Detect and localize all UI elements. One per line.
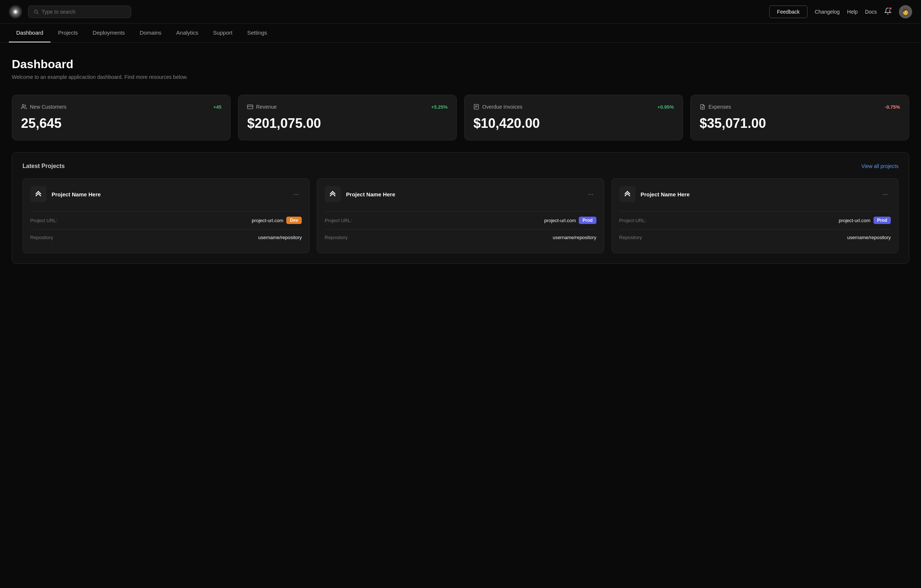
- revenue-icon: [247, 104, 253, 110]
- project-more-button[interactable]: ···: [879, 189, 891, 200]
- project-card-left: Project Name Here: [619, 186, 690, 202]
- stat-value: $201,075.00: [247, 116, 447, 131]
- stat-label: Expenses: [708, 104, 731, 110]
- nav-item-analytics[interactable]: Analytics: [169, 24, 205, 42]
- users-icon: [21, 104, 27, 110]
- stat-label: New Customers: [30, 104, 67, 110]
- project-env-badge: Dev: [286, 217, 302, 224]
- changelog-link[interactable]: Changelog: [815, 9, 840, 15]
- project-card-left: Project Name Here: [325, 186, 395, 202]
- project-url-value: project-url.com: [544, 218, 576, 223]
- project-more-button[interactable]: ···: [290, 189, 302, 200]
- stat-change: +5.25%: [431, 104, 447, 110]
- nav-item-dashboard[interactable]: Dashboard: [9, 24, 50, 42]
- project-url-value-group: project-url.com Prod: [544, 217, 596, 224]
- project-card-header: Project Name Here ···: [30, 186, 302, 202]
- page-title: Dashboard: [12, 57, 909, 71]
- projects-header: Latest Projects View all projects: [23, 163, 898, 169]
- project-repo-row: Repository username/repository: [619, 230, 891, 245]
- project-repo-label: Repository: [325, 235, 347, 240]
- project-name: Project Name Here: [52, 191, 101, 197]
- main-nav: Dashboard Projects Deployments Domains A…: [0, 24, 921, 43]
- project-card-header: Project Name Here ···: [325, 186, 596, 202]
- project-details: Project URL: project-url.com Prod Reposi…: [325, 211, 596, 245]
- search-input[interactable]: [42, 9, 125, 15]
- project-details: Project URL: project-url.com Prod Reposi…: [619, 211, 891, 245]
- project-repo-row: Repository username/repository: [30, 230, 302, 245]
- project-card-2: Project Name Here ··· Project URL: proje…: [317, 178, 604, 253]
- stat-label-group: Expenses: [700, 104, 731, 110]
- projects-section-title: Latest Projects: [23, 163, 65, 169]
- feedback-button[interactable]: Feedback: [769, 5, 807, 18]
- header: Feedback Changelog Help Docs 🧑: [0, 0, 921, 24]
- svg-point-7: [22, 105, 24, 106]
- project-url-label: Project URL:: [619, 218, 646, 223]
- stat-value: $10,420.00: [474, 116, 674, 131]
- project-url-label: Project URL:: [30, 218, 57, 223]
- project-icon: [619, 186, 636, 202]
- project-icon: [325, 186, 341, 202]
- project-more-button[interactable]: ···: [585, 189, 596, 200]
- notifications-button[interactable]: [884, 7, 892, 16]
- nav-item-projects[interactable]: Projects: [50, 24, 85, 42]
- invoice-icon: [474, 104, 479, 110]
- stat-header: New Customers +45: [21, 104, 221, 110]
- nav-item-support[interactable]: Support: [205, 24, 240, 42]
- page-subtitle: Welcome to an example applicaction dashb…: [12, 74, 909, 80]
- stat-label-group: Overdue Invoices: [474, 104, 522, 110]
- stat-label-group: New Customers: [21, 104, 67, 110]
- project-repo-value: username/repository: [553, 235, 596, 240]
- project-env-badge: Prod: [874, 217, 891, 224]
- avatar[interactable]: 🧑: [899, 5, 912, 18]
- project-card-1: Project Name Here ··· Project URL: proje…: [23, 178, 309, 253]
- stat-change: -0.75%: [885, 104, 900, 110]
- project-card-left: Project Name Here: [30, 186, 101, 202]
- header-right: Feedback Changelog Help Docs 🧑: [769, 5, 912, 18]
- stat-header: Revenue +5.25%: [247, 104, 447, 110]
- stat-header: Overdue Invoices +0.95%: [474, 104, 674, 110]
- project-url-row: Project URL: project-url.com Prod: [619, 212, 891, 230]
- svg-rect-8: [247, 105, 253, 109]
- stat-card-new-customers: New Customers +45 25,645: [12, 94, 231, 140]
- stat-label: Revenue: [256, 104, 277, 110]
- stat-value: 25,645: [21, 116, 221, 131]
- help-link[interactable]: Help: [847, 9, 858, 15]
- svg-line-6: [37, 13, 38, 14]
- project-card-header: Project Name Here ···: [619, 186, 891, 202]
- project-repo-label: Repository: [30, 235, 53, 240]
- project-url-value: project-url.com: [839, 218, 871, 223]
- project-url-value-group: project-url.com Prod: [839, 217, 891, 224]
- project-url-value: project-url.com: [252, 218, 283, 223]
- main-content: Dashboard Welcome to an example applicac…: [0, 43, 921, 279]
- stats-grid: New Customers +45 25,645 Revenue +5.25% …: [12, 94, 909, 140]
- nav-item-settings[interactable]: Settings: [240, 24, 275, 42]
- project-repo-value: username/repository: [847, 235, 891, 240]
- stat-label-group: Revenue: [247, 104, 277, 110]
- stat-change: +45: [213, 104, 221, 110]
- view-all-projects-link[interactable]: View all projects: [861, 163, 898, 169]
- logo-icon: [9, 5, 22, 18]
- project-url-label: Project URL:: [325, 218, 352, 223]
- stat-label: Overdue Invoices: [482, 104, 522, 110]
- search-bar[interactable]: [28, 5, 131, 18]
- project-repo-value: username/repository: [258, 235, 302, 240]
- svg-point-5: [34, 10, 37, 13]
- project-url-value-group: project-url.com Dev: [252, 217, 302, 224]
- stat-header: Expenses -0.75%: [700, 104, 900, 110]
- nav-item-domains[interactable]: Domains: [132, 24, 169, 42]
- docs-link[interactable]: Docs: [865, 9, 877, 15]
- svg-point-4: [15, 11, 16, 13]
- project-url-row: Project URL: project-url.com Prod: [325, 212, 596, 230]
- project-details: Project URL: project-url.com Dev Reposit…: [30, 211, 302, 245]
- nav-item-deployments[interactable]: Deployments: [85, 24, 133, 42]
- latest-projects-section: Latest Projects View all projects Projec…: [12, 152, 909, 264]
- stat-value: $35,071.00: [700, 116, 900, 131]
- project-repo-row: Repository username/repository: [325, 230, 596, 245]
- projects-grid: Project Name Here ··· Project URL: proje…: [23, 178, 898, 253]
- project-repo-label: Repository: [619, 235, 642, 240]
- stat-card-expenses: Expenses -0.75% $35,071.00: [690, 94, 909, 140]
- stat-card-overdue-invoices: Overdue Invoices +0.95% $10,420.00: [464, 94, 683, 140]
- search-icon: [34, 9, 39, 15]
- project-card-3: Project Name Here ··· Project URL: proje…: [612, 178, 898, 253]
- project-name: Project Name Here: [641, 191, 690, 197]
